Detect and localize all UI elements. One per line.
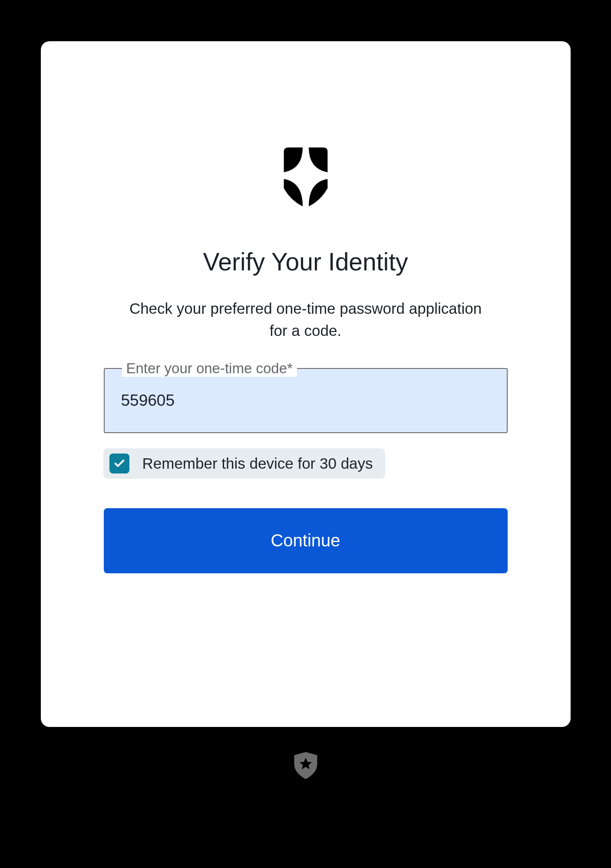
auth0-badge-icon bbox=[293, 751, 319, 780]
remember-device-label: Remember this device for 30 days bbox=[142, 455, 373, 472]
remember-device-row[interactable]: Remember this device for 30 days bbox=[103, 448, 385, 479]
otp-input[interactable] bbox=[104, 368, 508, 433]
shield-icon bbox=[275, 145, 336, 213]
otp-label: Enter your one-time code* bbox=[122, 360, 297, 377]
check-icon bbox=[113, 457, 126, 470]
continue-button[interactable]: Continue bbox=[104, 508, 508, 573]
remember-device-checkbox[interactable] bbox=[109, 454, 129, 473]
page-title: Verify Your Identity bbox=[203, 247, 408, 276]
otp-field-wrapper: Enter your one-time code* bbox=[104, 368, 508, 433]
instruction-text: Check your preferred one-time password a… bbox=[128, 298, 484, 342]
verify-identity-card: Verify Your Identity Check your preferre… bbox=[41, 41, 571, 727]
